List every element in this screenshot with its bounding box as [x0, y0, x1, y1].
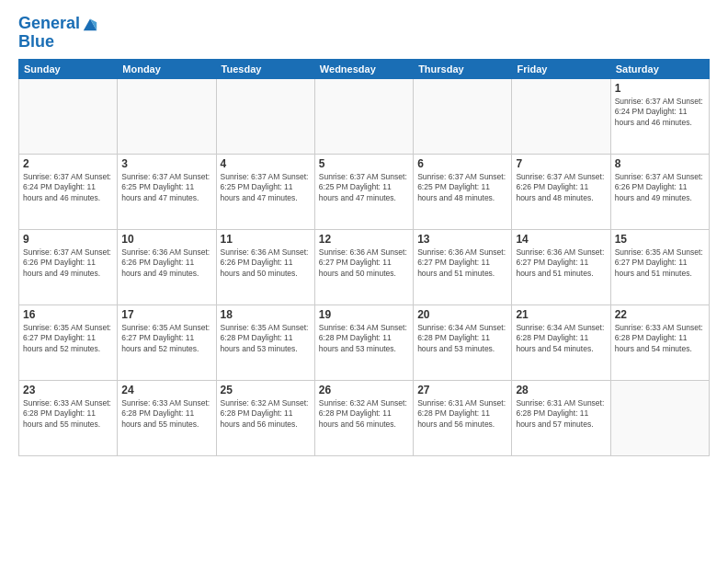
calendar-cell: 10Sunrise: 6:36 AM Sunset: 6:26 PM Dayli… — [118, 229, 216, 304]
day-number: 17 — [121, 308, 211, 321]
day-info: Sunrise: 6:36 AM Sunset: 6:26 PM Dayligh… — [121, 247, 211, 279]
calendar-cell: 6Sunrise: 6:37 AM Sunset: 6:25 PM Daylig… — [414, 154, 512, 229]
day-info: Sunrise: 6:36 AM Sunset: 6:27 PM Dayligh… — [417, 247, 507, 279]
calendar-cell: 27Sunrise: 6:31 AM Sunset: 6:28 PM Dayli… — [414, 380, 512, 455]
day-number: 9 — [23, 233, 113, 246]
calendar-cell: 23Sunrise: 6:33 AM Sunset: 6:28 PM Dayli… — [19, 380, 118, 455]
day-number: 7 — [516, 157, 606, 170]
day-number: 19 — [319, 308, 409, 321]
day-number: 2 — [23, 157, 113, 170]
day-header-monday: Monday — [118, 59, 216, 78]
day-info: Sunrise: 6:35 AM Sunset: 6:27 PM Dayligh… — [121, 323, 211, 354]
calendar-cell: 7Sunrise: 6:37 AM Sunset: 6:26 PM Daylig… — [512, 154, 610, 229]
calendar-cell: 20Sunrise: 6:34 AM Sunset: 6:28 PM Dayli… — [414, 304, 512, 380]
day-number: 26 — [319, 384, 409, 396]
day-number: 23 — [23, 384, 113, 396]
day-info: Sunrise: 6:37 AM Sunset: 6:25 PM Dayligh… — [417, 172, 507, 203]
calendar-cell — [414, 78, 512, 154]
day-number: 28 — [516, 384, 606, 396]
week-row-0: 1Sunrise: 6:37 AM Sunset: 6:24 PM Daylig… — [19, 78, 710, 154]
day-number: 8 — [615, 157, 705, 170]
day-number: 13 — [417, 233, 507, 246]
day-info: Sunrise: 6:36 AM Sunset: 6:27 PM Dayligh… — [516, 247, 606, 279]
day-info: Sunrise: 6:37 AM Sunset: 6:25 PM Dayligh… — [319, 172, 409, 203]
day-number: 11 — [221, 233, 311, 246]
day-number: 24 — [121, 384, 211, 396]
day-number: 27 — [417, 384, 507, 396]
calendar-cell — [19, 78, 118, 154]
day-info: Sunrise: 6:36 AM Sunset: 6:26 PM Dayligh… — [221, 247, 311, 279]
day-header-saturday: Saturday — [610, 59, 709, 78]
calendar-cell: 2Sunrise: 6:37 AM Sunset: 6:24 PM Daylig… — [19, 154, 118, 229]
day-info: Sunrise: 6:31 AM Sunset: 6:28 PM Dayligh… — [417, 398, 507, 430]
day-info: Sunrise: 6:34 AM Sunset: 6:28 PM Dayligh… — [516, 323, 606, 354]
calendar-cell: 19Sunrise: 6:34 AM Sunset: 6:28 PM Dayli… — [314, 304, 413, 380]
calendar-header-row: SundayMondayTuesdayWednesdayThursdayFrid… — [19, 59, 710, 78]
calendar-cell: 12Sunrise: 6:36 AM Sunset: 6:27 PM Dayli… — [314, 229, 413, 304]
day-info: Sunrise: 6:31 AM Sunset: 6:28 PM Dayligh… — [516, 398, 606, 430]
day-info: Sunrise: 6:32 AM Sunset: 6:28 PM Dayligh… — [221, 398, 311, 430]
day-info: Sunrise: 6:34 AM Sunset: 6:28 PM Dayligh… — [319, 323, 409, 354]
day-info: Sunrise: 6:36 AM Sunset: 6:27 PM Dayligh… — [319, 247, 409, 279]
day-header-sunday: Sunday — [19, 59, 118, 78]
day-info: Sunrise: 6:33 AM Sunset: 6:28 PM Dayligh… — [615, 323, 705, 354]
calendar-cell — [216, 78, 314, 154]
day-number: 15 — [615, 233, 705, 246]
day-info: Sunrise: 6:37 AM Sunset: 6:25 PM Dayligh… — [121, 172, 211, 203]
day-number: 18 — [221, 308, 311, 321]
calendar-cell: 24Sunrise: 6:33 AM Sunset: 6:28 PM Dayli… — [118, 380, 216, 455]
day-info: Sunrise: 6:37 AM Sunset: 6:24 PM Dayligh… — [615, 97, 705, 128]
day-number: 16 — [23, 308, 113, 321]
day-info: Sunrise: 6:34 AM Sunset: 6:28 PM Dayligh… — [417, 323, 507, 354]
day-info: Sunrise: 6:37 AM Sunset: 6:24 PM Dayligh… — [23, 172, 113, 203]
calendar-cell: 11Sunrise: 6:36 AM Sunset: 6:26 PM Dayli… — [216, 229, 314, 304]
day-number: 22 — [615, 308, 705, 321]
day-header-thursday: Thursday — [414, 59, 512, 78]
calendar-cell: 25Sunrise: 6:32 AM Sunset: 6:28 PM Dayli… — [216, 380, 314, 455]
day-info: Sunrise: 6:32 AM Sunset: 6:28 PM Dayligh… — [319, 398, 409, 430]
calendar-body: 1Sunrise: 6:37 AM Sunset: 6:24 PM Daylig… — [19, 78, 710, 455]
day-info: Sunrise: 6:33 AM Sunset: 6:28 PM Dayligh… — [121, 398, 211, 430]
calendar-cell — [610, 380, 709, 455]
calendar-cell — [512, 78, 610, 154]
day-number: 4 — [221, 157, 311, 170]
calendar-cell: 4Sunrise: 6:37 AM Sunset: 6:25 PM Daylig… — [216, 154, 314, 229]
day-number: 3 — [121, 157, 211, 170]
calendar-cell: 9Sunrise: 6:37 AM Sunset: 6:26 PM Daylig… — [19, 229, 118, 304]
logo-text2: Blue — [18, 33, 98, 52]
week-row-4: 23Sunrise: 6:33 AM Sunset: 6:28 PM Dayli… — [19, 380, 710, 455]
day-info: Sunrise: 6:33 AM Sunset: 6:28 PM Dayligh… — [23, 398, 113, 430]
page: General Blue SundayMondayTuesdayWednesda… — [0, 0, 728, 563]
logo-icon — [82, 16, 98, 32]
day-info: Sunrise: 6:37 AM Sunset: 6:25 PM Dayligh… — [221, 172, 311, 203]
calendar: SundayMondayTuesdayWednesdayThursdayFrid… — [18, 59, 710, 456]
day-info: Sunrise: 6:35 AM Sunset: 6:27 PM Dayligh… — [615, 247, 705, 279]
calendar-cell: 18Sunrise: 6:35 AM Sunset: 6:28 PM Dayli… — [216, 304, 314, 380]
day-header-friday: Friday — [512, 59, 610, 78]
day-number: 1 — [615, 82, 705, 95]
calendar-cell: 8Sunrise: 6:37 AM Sunset: 6:26 PM Daylig… — [610, 154, 709, 229]
day-info: Sunrise: 6:35 AM Sunset: 6:27 PM Dayligh… — [23, 323, 113, 354]
calendar-cell — [118, 78, 216, 154]
calendar-cell — [314, 78, 413, 154]
week-row-3: 16Sunrise: 6:35 AM Sunset: 6:27 PM Dayli… — [19, 304, 710, 380]
calendar-cell: 13Sunrise: 6:36 AM Sunset: 6:27 PM Dayli… — [414, 229, 512, 304]
day-header-tuesday: Tuesday — [216, 59, 314, 78]
day-number: 21 — [516, 308, 606, 321]
calendar-cell: 14Sunrise: 6:36 AM Sunset: 6:27 PM Dayli… — [512, 229, 610, 304]
logo-text: General — [18, 15, 80, 33]
week-row-1: 2Sunrise: 6:37 AM Sunset: 6:24 PM Daylig… — [19, 154, 710, 229]
day-number: 20 — [417, 308, 507, 321]
calendar-cell: 16Sunrise: 6:35 AM Sunset: 6:27 PM Dayli… — [19, 304, 118, 380]
calendar-cell: 15Sunrise: 6:35 AM Sunset: 6:27 PM Dayli… — [610, 229, 709, 304]
day-number: 25 — [221, 384, 311, 396]
week-row-2: 9Sunrise: 6:37 AM Sunset: 6:26 PM Daylig… — [19, 229, 710, 304]
day-info: Sunrise: 6:37 AM Sunset: 6:26 PM Dayligh… — [615, 172, 705, 203]
calendar-cell: 5Sunrise: 6:37 AM Sunset: 6:25 PM Daylig… — [314, 154, 413, 229]
day-info: Sunrise: 6:35 AM Sunset: 6:28 PM Dayligh… — [221, 323, 311, 354]
day-number: 14 — [516, 233, 606, 246]
day-number: 6 — [417, 157, 507, 170]
day-header-wednesday: Wednesday — [314, 59, 413, 78]
calendar-cell: 22Sunrise: 6:33 AM Sunset: 6:28 PM Dayli… — [610, 304, 709, 380]
day-number: 5 — [319, 157, 409, 170]
